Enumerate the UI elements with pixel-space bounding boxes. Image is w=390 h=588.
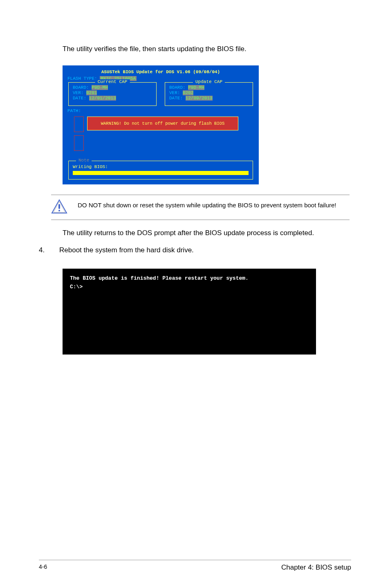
- update-cap-box: Update CAP BOARD: P9D-MH VER: 0202 DATE:…: [165, 82, 253, 106]
- flash-type-line: FLASH TYPE: MXIC 25L1605A: [63, 76, 259, 81]
- return-text: The utility returns to the DOS prompt af…: [63, 229, 351, 237]
- intro-text: The utility verifies the file, then star…: [63, 45, 351, 53]
- step-text: Reboot the system from the hard disk dri…: [59, 246, 194, 254]
- warning-banner: WARNING! Do not turn off power during fl…: [87, 117, 238, 130]
- path-label: PATH:: [63, 106, 259, 113]
- dos-finished-line: The BIOS update is finished! Please rest…: [70, 275, 309, 281]
- update-board-line: BOARD: P9D-MH: [169, 85, 249, 90]
- caution-text: DO NOT shut down or reset the system whi…: [78, 199, 336, 209]
- current-board-line: BOARD: P9D-MH: [73, 85, 152, 90]
- svg-rect-2: [58, 204, 60, 209]
- note-box: Note Writing BIOS:: [68, 161, 253, 180]
- update-cap-legend: Update CAP: [193, 79, 225, 84]
- current-cap-legend: Current CAP: [95, 79, 130, 84]
- step-number: 4.: [39, 246, 45, 254]
- writing-bios-label: Writing BIOS:: [73, 164, 249, 169]
- warn-small-box-1: [74, 117, 84, 132]
- update-date-line: DATE: 12/09/2013: [169, 96, 249, 101]
- current-date-line: DATE: 12/01/2013: [73, 96, 152, 101]
- step-4: 4. Reboot the system from the hard disk …: [39, 246, 351, 254]
- caution-callout: DO NOT shut down or reset the system whi…: [51, 195, 350, 220]
- bios-update-screen: ASUSTek BIOS Update for DOS V1.06 (09/08…: [63, 65, 259, 184]
- note-legend: Note: [76, 158, 92, 163]
- current-ver-line: VER: 0201: [73, 90, 152, 96]
- progress-bar: [73, 171, 249, 175]
- page-number: 4-6: [39, 563, 47, 572]
- chapter-label: Chapter 4: BIOS setup: [281, 563, 351, 572]
- page-footer: 4-6 Chapter 4: BIOS setup: [39, 560, 351, 572]
- dos-prompt-screen: The BIOS update is finished! Please rest…: [63, 269, 316, 355]
- dos-prompt-line: C:\>: [70, 284, 309, 290]
- warn-small-box-2: [74, 135, 84, 151]
- current-cap-box: Current CAP BOARD: P9D-MH VER: 0201 DATE…: [68, 82, 157, 106]
- update-ver-line: VER: 0202: [169, 90, 249, 96]
- svg-point-3: [58, 210, 60, 211]
- caution-icon: [51, 199, 67, 215]
- bios-title: ASUSTek BIOS Update for DOS V1.06 (09/08…: [63, 70, 259, 76]
